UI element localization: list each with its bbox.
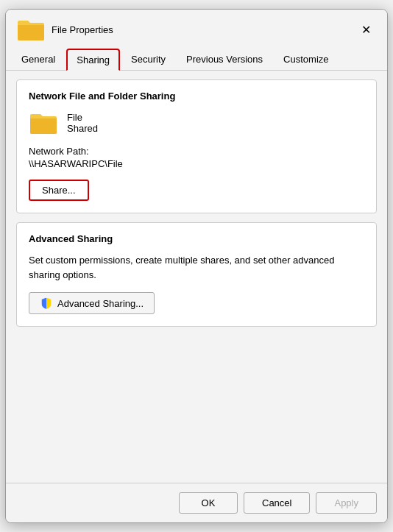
network-sharing-title: Network File and Folder Sharing xyxy=(29,91,364,102)
svg-rect-1 xyxy=(46,298,52,304)
tab-previous-versions[interactable]: Previous Versions xyxy=(177,49,272,71)
advanced-sharing-description: Set custom permissions, create multiple … xyxy=(29,253,364,282)
network-sharing-section: Network File and Folder Sharing File Sha… xyxy=(16,79,377,213)
folder-icon xyxy=(29,110,58,135)
title-folder-icon xyxy=(16,17,46,42)
title-bar: File Properties ✕ xyxy=(6,10,387,48)
dialog-footer: OK Cancel Apply xyxy=(6,483,387,522)
file-status: Shared xyxy=(67,123,98,134)
tab-customize[interactable]: Customize xyxy=(274,49,338,71)
advanced-sharing-button-label: Advanced Sharing... xyxy=(57,298,144,309)
tab-bar: General Sharing Security Previous Versio… xyxy=(6,48,387,71)
apply-button[interactable]: Apply xyxy=(316,492,377,514)
cancel-button[interactable]: Cancel xyxy=(244,492,310,514)
network-path-label: Network Path: xyxy=(29,146,364,157)
ok-button[interactable]: OK xyxy=(179,492,238,514)
advanced-sharing-section: Advanced Sharing Set custom permissions,… xyxy=(16,222,377,327)
network-path-value: \\HASARWARIPC\File xyxy=(29,158,364,169)
file-info: File Shared xyxy=(29,110,364,135)
file-name: File xyxy=(67,112,98,123)
tab-content: Network File and Folder Sharing File Sha… xyxy=(6,71,387,483)
close-button[interactable]: ✕ xyxy=(355,18,377,40)
svg-rect-3 xyxy=(46,303,52,309)
dialog-title: File Properties xyxy=(52,24,113,35)
advanced-sharing-title: Advanced Sharing xyxy=(29,233,364,244)
file-properties-dialog: File Properties ✕ General Sharing Securi… xyxy=(5,9,388,523)
tab-security[interactable]: Security xyxy=(121,49,175,71)
advanced-sharing-button[interactable]: Advanced Sharing... xyxy=(29,292,155,314)
tab-general[interactable]: General xyxy=(12,49,65,71)
svg-rect-0 xyxy=(42,298,47,304)
tab-sharing[interactable]: Sharing xyxy=(66,49,120,71)
share-button[interactable]: Share... xyxy=(29,180,89,201)
svg-rect-2 xyxy=(42,303,47,309)
shield-icon xyxy=(40,297,53,310)
